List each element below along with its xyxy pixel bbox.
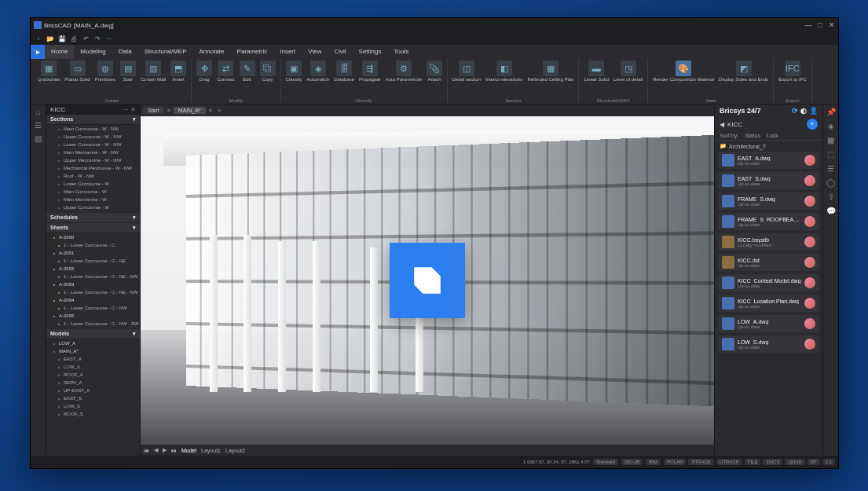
tab-nav-first-icon[interactable]: ⏮: [144, 448, 149, 453]
tree-item[interactable]: ▫EAST_A: [46, 356, 140, 364]
status-iso[interactable]: ISO-25: [621, 459, 643, 465]
file-row[interactable]: LOW_S.dwgUp-to-date: [718, 335, 819, 353]
tree-item[interactable]: ▪A-2005: [46, 313, 140, 321]
tree-item[interactable]: ▫Upper Concourse - W - NW: [46, 134, 140, 141]
sections-header[interactable]: Sections▾: [46, 115, 140, 125]
layers-icon[interactable]: ☰: [35, 121, 42, 130]
qat-open-icon[interactable]: 📂: [46, 34, 55, 43]
ribbon-classify[interactable]: ▣Classify: [284, 60, 304, 82]
back-icon[interactable]: ◀: [720, 121, 724, 128]
tree-item[interactable]: ▫Upper Mezzanine - W - NW: [46, 157, 140, 165]
menu-view[interactable]: View: [302, 45, 328, 59]
menu-annotate[interactable]: Annotate: [193, 45, 231, 59]
menu-civil[interactable]: Civil: [328, 45, 352, 59]
menu-insert[interactable]: Insert: [273, 45, 302, 59]
tree-item[interactable]: ▫Upper Concourse - W: [46, 204, 140, 212]
tree-item[interactable]: ▫MAIN_A*: [46, 348, 140, 356]
menu-structuralmep[interactable]: Structural/MEP: [138, 45, 193, 59]
tree-item[interactable]: ▫LOW_S: [46, 403, 140, 411]
tree-item[interactable]: ▪A-2003: [46, 281, 140, 289]
sort-lock[interactable]: Lock: [767, 133, 778, 138]
tree-item[interactable]: ▫Main Concourse - W - NW: [46, 126, 140, 134]
ribbon-auto-parametrize[interactable]: ⚙Auto Parametrize: [384, 60, 423, 82]
tab-add-icon[interactable]: +: [215, 107, 224, 115]
panel-menu-icon[interactable]: ⋯ ✕: [123, 106, 136, 113]
tree-item[interactable]: ▪1 - Lower Concourse - C - NW - SW: [46, 321, 140, 328]
models-header[interactable]: Models▾: [46, 329, 140, 339]
menu-modeling[interactable]: Modeling: [74, 45, 112, 59]
ribbon-propagate[interactable]: ⇶Propagate: [357, 60, 383, 82]
tab-main-a[interactable]: MAIN_A*: [174, 107, 206, 114]
file-row[interactable]: EAST_A.dwgUp-to-date: [718, 152, 819, 169]
tree-item[interactable]: ▪A-2000: [46, 234, 140, 242]
toggle-polar[interactable]: POLAR: [664, 459, 686, 465]
ribbon-primitives[interactable]: ◍Primitives: [93, 60, 117, 82]
3d-viewport[interactable]: [141, 116, 714, 445]
sheets-header[interactable]: Sheets▾: [46, 223, 140, 233]
toggle-otrack[interactable]: OTRACK: [716, 459, 742, 465]
file-row[interactable]: LOW_A.dwgUp-to-date: [718, 315, 819, 332]
qat-more-icon[interactable]: ⋯: [104, 34, 114, 43]
ribbon-linear-solid[interactable]: ▬Linear Solid: [582, 60, 610, 82]
ribbon-reflected-ceiling-plan[interactable]: ▦Reflected Ceiling Plan: [526, 60, 575, 82]
rail-gem-icon[interactable]: ◈: [828, 122, 834, 130]
tab-nav-prev-icon[interactable]: ◀: [154, 447, 158, 453]
sync-icon[interactable]: ⟳: [792, 107, 798, 115]
file-row[interactable]: FRAME_S_ROOFBEAM.dwgUp-to-date: [718, 213, 819, 230]
file-row[interactable]: KICC.bsyslibLocally modified: [718, 233, 819, 251]
file-row[interactable]: FRAME_S.dwgUp-to-date: [718, 192, 819, 210]
sort-status[interactable]: Status: [745, 133, 760, 138]
ribbon-attach[interactable]: 📎Attach: [425, 60, 444, 82]
layout-tab-2[interactable]: Layout2: [225, 448, 245, 453]
ribbon-quickdraw[interactable]: ▦Quickdraw: [36, 60, 61, 82]
tree-item[interactable]: ▪1 - Lower Concourse - C: [46, 242, 140, 250]
tab-start[interactable]: Start: [143, 107, 164, 114]
status-bim[interactable]: BIM: [646, 459, 661, 465]
bulb-icon[interactable]: ◐: [800, 107, 807, 115]
user-icon[interactable]: 👤: [809, 107, 818, 115]
ribbon-interior-elevations[interactable]: ◧Interior elevations: [484, 60, 524, 82]
tree-item[interactable]: ▪1 - Lower Concourse - C - NE - NW: [46, 273, 140, 281]
menu-parametric[interactable]: Parametric: [231, 45, 274, 59]
ribbon-stair[interactable]: ▤Stair: [119, 60, 137, 82]
tree-item[interactable]: ▫Mechanical Penthouse - W - NW: [46, 165, 140, 173]
toggle-quad[interactable]: QUAD: [785, 459, 804, 465]
ribbon-drag[interactable]: ✥Drag: [195, 60, 214, 82]
breadcrumb[interactable]: KICC: [727, 121, 742, 128]
tree-item[interactable]: ▫LOW_A: [46, 340, 140, 348]
qat-print-icon[interactable]: 🖨: [69, 34, 79, 43]
toggle-ducs[interactable]: DUCS: [763, 459, 782, 465]
tree-item[interactable]: ▪A-2002: [46, 266, 140, 273]
file-row[interactable]: EAST_S.dwgUp-to-date: [718, 172, 819, 189]
ribbon-curtain-wall[interactable]: ▥Curtain Wall: [139, 60, 167, 82]
tree-item[interactable]: ▪1 - Lower Concourse - C - NE - NW: [46, 289, 140, 297]
tree-item[interactable]: ▫UP-EAST_A: [46, 387, 140, 395]
rail-globe-icon[interactable]: ◯: [826, 178, 835, 187]
qat-save-icon[interactable]: 💾: [57, 34, 67, 43]
tree-item[interactable]: ▫SERV_A: [46, 379, 140, 387]
file-row[interactable]: KICC.dstUp-to-date: [718, 254, 819, 271]
tree-item[interactable]: ▫Roof - W - NW: [46, 173, 140, 181]
folder-row[interactable]: 📁 Architectural_T: [715, 141, 822, 152]
ribbon-display-sides-and-ends[interactable]: ◩Display Sides and Ends: [717, 60, 770, 82]
toggle-strack[interactable]: STRACK: [688, 459, 713, 465]
rail-cube-icon[interactable]: ⬚: [827, 150, 834, 159]
file-row[interactable]: KICC_Location Plan.dwgUp-to-date: [718, 295, 819, 312]
menu-home[interactable]: Home: [45, 45, 74, 59]
rail-layers-icon[interactable]: ☰: [827, 164, 834, 173]
tab-close-icon[interactable]: ✕: [167, 108, 171, 114]
ribbon-planar-solid[interactable]: ▭Planar Solid: [63, 60, 91, 82]
ribbon-connect[interactable]: ⇄Connect: [215, 60, 236, 82]
ribbon-edit[interactable]: ✎Edit: [238, 60, 257, 82]
file-row[interactable]: KICC_Context Model.dwgUp-to-date: [718, 274, 819, 291]
ribbon-export-to-ifc[interactable]: IFCExport to IFC: [777, 60, 808, 82]
tab-nav-last-icon[interactable]: ⏭: [171, 448, 177, 453]
rail-share-icon[interactable]: ⇪: [828, 192, 834, 201]
tree-item[interactable]: ▪1 - Lower Concourse - C - NW: [46, 305, 140, 313]
ribbon-copy[interactable]: ⿻Copy: [258, 60, 277, 82]
home-icon[interactable]: ⌂: [35, 108, 40, 116]
close-button[interactable]: ✕: [829, 21, 835, 29]
qat-redo-icon[interactable]: ↷: [93, 34, 102, 43]
tree-item[interactable]: ▫Main Concourse - W: [46, 189, 140, 196]
ribbon-render-composition-material[interactable]: 🎨Render Composition Material: [651, 60, 716, 82]
